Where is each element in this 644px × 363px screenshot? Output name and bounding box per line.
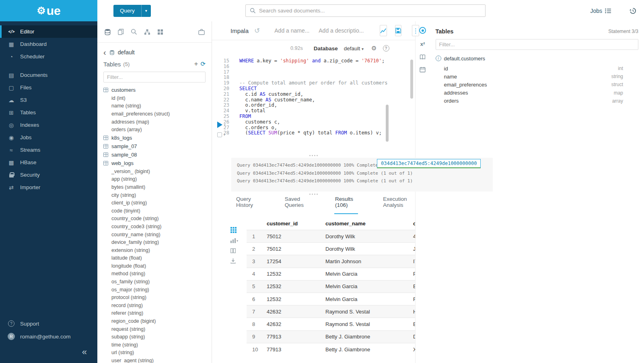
table-item[interactable]: sample_08 [103, 151, 206, 159]
query-id-tooltip[interactable]: 034d413ec7474ed5:4249de1000000000 [377, 159, 481, 168]
column-item[interactable]: url (string) [103, 349, 206, 357]
panel-scrollbar[interactable] [410, 60, 413, 99]
query-button[interactable]: Query ▾ [113, 5, 151, 17]
column-item[interactable]: country_name (string) [103, 231, 206, 239]
column-item[interactable]: region_code (bigint) [103, 317, 206, 325]
table-row[interactable]: 842632Raymond S. VestalBS59022798 [247, 318, 415, 330]
schedule-icon[interactable] [420, 67, 426, 72]
results-columns-icon[interactable] [230, 248, 236, 253]
column-item[interactable]: orders (array) [103, 126, 206, 134]
settings-gear-icon[interactable]: ⚙ [371, 45, 377, 52]
chart-button[interactable] [380, 25, 387, 36]
column-item[interactable]: time (string) [103, 341, 206, 349]
sidebar-item-importer[interactable]: ⇄Importer [0, 181, 97, 194]
column-item[interactable]: request (string) [103, 325, 206, 333]
sitemap-icon[interactable] [144, 29, 150, 35]
language-reference-icon[interactable] [420, 54, 426, 60]
code-editor[interactable]: 15WHERE a.key = 'shipping' and a.zip_cod… [212, 56, 415, 153]
sidebar-item-documents[interactable]: ▤Documents [0, 69, 97, 81]
query-description-input[interactable] [319, 27, 368, 34]
column-item[interactable]: namestring [444, 72, 623, 80]
save-button[interactable] [395, 25, 401, 36]
table-row[interactable]: 977913Betty J. GiambroneDN88151320 [247, 330, 415, 343]
query-history-toggle-icon[interactable]: ↺ [254, 27, 260, 35]
sidebar-item-support[interactable]: ? Support [0, 317, 97, 330]
global-search[interactable] [245, 4, 486, 17]
results-chart-icon[interactable]: ▾ [230, 238, 238, 243]
add-table-icon[interactable]: + [194, 60, 198, 68]
hue-logo[interactable]: ⚙ue [0, 0, 97, 21]
column-item[interactable]: addresses (map) [103, 118, 206, 126]
table-item[interactable]: k8s_logs [103, 134, 206, 142]
column-item[interactable]: latitude (float) [103, 254, 206, 262]
column-item[interactable]: protocol (string) [103, 293, 206, 301]
execute-button[interactable]: ▾ [217, 122, 226, 128]
column-item[interactable]: method (string) [103, 270, 206, 278]
column-item[interactable]: app (string) [103, 175, 206, 184]
briefcase-icon[interactable] [198, 29, 205, 35]
documents-source-icon[interactable] [118, 29, 124, 35]
column-item[interactable]: code (tinyint) [103, 207, 206, 215]
editor-help-icon[interactable]: ? [383, 45, 389, 52]
active-table-name[interactable]: default.customers [444, 56, 486, 62]
column-item[interactable]: referer (string) [103, 309, 206, 318]
table-item[interactable]: sample_07 [103, 142, 206, 151]
sidebar-item-dashboard[interactable]: ▦Dashboard [0, 38, 97, 50]
sidebar-item-jobs[interactable]: ◉Jobs [0, 131, 97, 144]
column-item[interactable]: city (string) [103, 191, 206, 199]
query-button-label[interactable]: Query [113, 5, 141, 17]
global-search-input[interactable] [259, 8, 481, 14]
column-item[interactable]: country_code (string) [103, 215, 206, 223]
table-item[interactable]: web_logs [103, 159, 206, 167]
tab-saved-queries[interactable]: Saved Queries [284, 196, 310, 214]
column-item[interactable]: client_ip (string) [103, 199, 206, 207]
sidebar-item-user[interactable]: R romain@gethue.com [0, 330, 97, 343]
table-row[interactable]: 1077913Betty J. GiambroneXR27714315 [247, 343, 415, 355]
tab-results-106[interactable]: Results (106) [334, 196, 358, 214]
query-history-icon[interactable] [629, 7, 637, 14]
tab-query-history[interactable]: Query History [235, 196, 260, 214]
column-item[interactable]: longitude (float) [103, 262, 206, 270]
sidebar-item-hbase[interactable]: ▩HBase [0, 156, 97, 169]
right-filter-input[interactable] [436, 39, 639, 50]
active-table-row[interactable]: i default.customers [436, 54, 639, 63]
column-item[interactable]: extension (string) [103, 246, 206, 254]
sidebar-item-s3[interactable]: ☁S3 [0, 94, 97, 106]
table-row[interactable]: 275012Dorothy WilkJ882C296 [247, 243, 415, 255]
sidebar-item-editor[interactable]: </>Editor [0, 25, 97, 38]
jobs-link[interactable]: Jobs [590, 8, 611, 14]
column-item[interactable]: email_preferences (struct) [103, 110, 206, 118]
column-item[interactable]: addressesmap [444, 89, 623, 97]
column-item[interactable]: email_preferencesstruct [444, 80, 623, 89]
column-item[interactable]: device_family (string) [103, 238, 206, 246]
databases-source-icon[interactable] [104, 29, 111, 35]
tab-execution-analysis[interactable]: Execution Analysis [382, 196, 415, 214]
column-item[interactable]: subapp (string) [103, 333, 206, 341]
sidebar-collapse-button[interactable]: « [0, 343, 97, 363]
table-row[interactable]: 317254Martin JohnsonI72T3918 [247, 255, 415, 268]
table-row[interactable]: 612532Melvin GarciaR9S8381278 [247, 293, 415, 305]
sidebar-item-files[interactable]: ▢Files [0, 81, 97, 94]
column-item[interactable]: record (string) [103, 301, 206, 309]
column-item[interactable]: os_major (string) [103, 286, 206, 294]
table-row[interactable]: 175012Dorothy Wilk4056711918 [247, 230, 415, 243]
results-grid-icon[interactable] [230, 227, 237, 233]
table-item[interactable]: customers [103, 86, 206, 94]
assist-back-icon[interactable]: ‹ [103, 48, 106, 56]
editor-options-button[interactable]: ▾ [217, 132, 226, 137]
sidebar-item-tables[interactable]: ⊞Tables [0, 106, 97, 119]
sidebar-item-streams[interactable]: ≈Streams [0, 144, 97, 156]
info-icon[interactable]: i [436, 56, 441, 61]
column-item[interactable]: _version_ (bigint) [103, 167, 206, 175]
resize-handle-top[interactable] [212, 153, 415, 158]
more-actions-button[interactable]: ⋮ [412, 25, 419, 36]
refresh-tables-icon[interactable]: ⟳ [200, 60, 206, 68]
table-row[interactable]: 512532Melvin GarciaB8623C2507 [247, 280, 415, 293]
editor-scrollbar[interactable] [386, 105, 389, 142]
assist-search-icon[interactable] [131, 29, 137, 35]
column-item[interactable]: id (int) [103, 94, 206, 102]
column-item[interactable]: user_agent (string) [103, 357, 206, 363]
column-item[interactable]: country_code3 (string) [103, 223, 206, 231]
query-name-input[interactable] [274, 27, 311, 34]
column-item[interactable]: name (string) [103, 102, 206, 110]
